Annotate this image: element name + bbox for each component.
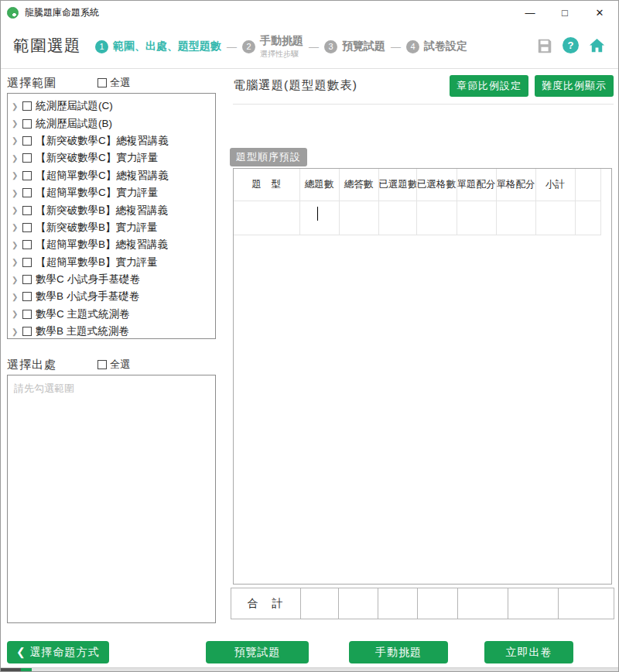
tree-item[interactable]: ❯【新突破數學B】總複習講義 bbox=[8, 201, 215, 218]
col-question-type: 題 型 bbox=[234, 169, 299, 201]
generate-paper-button[interactable]: 立即出卷 bbox=[484, 641, 573, 663]
item-checkbox[interactable] bbox=[22, 258, 32, 267]
expand-chevron-icon[interactable]: ❯ bbox=[12, 136, 19, 145]
cell-total-questions[interactable] bbox=[299, 201, 339, 235]
expand-chevron-icon[interactable]: ❯ bbox=[12, 327, 19, 336]
col-subtotal: 小計 bbox=[535, 169, 575, 201]
home-icon[interactable] bbox=[588, 36, 606, 54]
source-placeholder: 請先勾選範圍 bbox=[8, 375, 215, 396]
item-checkbox[interactable] bbox=[22, 223, 32, 232]
chapter-ratio-button[interactable]: 章節比例設定 bbox=[450, 75, 528, 97]
item-label: 數學C 主題式統測卷 bbox=[36, 307, 130, 321]
item-checkbox[interactable] bbox=[22, 136, 32, 146]
source-select-all[interactable]: 全選 bbox=[97, 358, 130, 372]
item-checkbox[interactable] bbox=[22, 275, 32, 284]
expand-chevron-icon[interactable]: ❯ bbox=[12, 154, 19, 163]
expand-chevron-icon[interactable]: ❯ bbox=[12, 258, 19, 266]
item-label: 【新突破數學B】總複習講義 bbox=[36, 204, 168, 218]
save-icon[interactable] bbox=[535, 36, 553, 54]
expand-chevron-icon[interactable]: ❯ bbox=[12, 310, 19, 318]
range-select-all[interactable]: 全選 bbox=[97, 76, 130, 90]
cell-extra[interactable] bbox=[575, 201, 600, 235]
source-section-header: 選擇出處 全選 bbox=[7, 357, 216, 372]
cell-points-per-question[interactable] bbox=[457, 201, 496, 235]
minimize-icon[interactable]: — bbox=[524, 7, 536, 19]
item-checkbox[interactable] bbox=[22, 310, 32, 319]
preview-questions-button[interactable]: 預覽試題 bbox=[206, 641, 309, 663]
tree-item[interactable]: ❯【新突破數學B】實力評量 bbox=[8, 219, 215, 236]
tree-item[interactable]: ❯數學B 小試身手基礎卷 bbox=[8, 288, 215, 305]
cell-selected-questions[interactable] bbox=[378, 201, 416, 235]
range-tree[interactable]: ❯統測歷屆試題(C) ❯統測歷屆試題(B) ❯【新突破數學C】總複習講義 ❯【新… bbox=[7, 93, 216, 339]
item-label: 統測歷屆試題(C) bbox=[36, 99, 113, 113]
cell-total-answers[interactable] bbox=[339, 201, 378, 235]
source-select-all-checkbox[interactable] bbox=[97, 360, 107, 369]
app-logo-icon bbox=[7, 7, 19, 19]
item-label: 數學B 小試身手基礎卷 bbox=[36, 290, 139, 303]
expand-chevron-icon[interactable]: ❯ bbox=[12, 102, 19, 111]
item-checkbox[interactable] bbox=[22, 292, 32, 301]
expand-chevron-icon[interactable]: ❯ bbox=[12, 241, 19, 249]
item-checkbox[interactable] bbox=[22, 327, 32, 336]
cell-subtotal[interactable] bbox=[535, 201, 575, 235]
expand-chevron-icon[interactable]: ❯ bbox=[12, 206, 19, 214]
maximize-icon[interactable]: □ bbox=[559, 7, 571, 19]
tree-item[interactable]: ❯【超簡單數學B】實力評量 bbox=[8, 254, 215, 271]
expand-chevron-icon[interactable]: ❯ bbox=[12, 119, 19, 128]
difficulty-ratio-button[interactable]: 難度比例顯示 bbox=[535, 75, 614, 97]
expand-chevron-icon[interactable]: ❯ bbox=[12, 171, 19, 180]
header-icons: ? bbox=[535, 36, 606, 54]
step-2-circle: 2 bbox=[242, 40, 255, 53]
step-separator: — bbox=[227, 41, 237, 53]
item-checkbox[interactable] bbox=[22, 119, 32, 129]
tree-item[interactable]: ❯統測歷屆試題(B) bbox=[8, 115, 215, 132]
col-selected-blanks: 已選格數 bbox=[416, 169, 457, 201]
question-type-table-container: 題 型 總題數 總答數 已選題數 已選格數 單題配分 單格配分 小計 bbox=[233, 168, 612, 585]
item-checkbox[interactable] bbox=[22, 240, 32, 249]
main-panel: 電腦選題(題型題數表) 章節比例設定 難度比例顯示 題型順序預設 題 型 總題數… bbox=[233, 75, 614, 105]
step-2-title: 手動挑題 bbox=[260, 34, 303, 46]
tree-item[interactable]: ❯統測歷屆試題(C) bbox=[8, 98, 215, 115]
question-order-badge[interactable]: 題型順序預設 bbox=[230, 148, 307, 166]
main-header: 電腦選題(題型題數表) 章節比例設定 難度比例顯示 bbox=[233, 75, 614, 97]
item-checkbox[interactable] bbox=[22, 153, 32, 163]
step-2-label: 手動挑題 選擇性步驟 bbox=[260, 34, 303, 60]
step-2-subtitle: 選擇性步驟 bbox=[260, 49, 303, 60]
tree-item[interactable]: ❯【新突破數學C】總複習講義 bbox=[8, 132, 215, 149]
cell-points-per-blank[interactable] bbox=[496, 201, 535, 235]
item-checkbox[interactable] bbox=[22, 188, 32, 197]
expand-chevron-icon[interactable]: ❯ bbox=[12, 276, 19, 284]
manual-pick-button[interactable]: 手動挑題 bbox=[349, 641, 448, 663]
table-row bbox=[234, 201, 600, 235]
tree-item[interactable]: ❯【超簡單數學C】實力評量 bbox=[8, 184, 215, 201]
item-label: 【超簡單數學B】總複習講義 bbox=[36, 238, 168, 252]
page-header: 範圍選題 1 範圍、出處、題型題數 — 2 手動挑題 選擇性步驟 — 3 預覽試… bbox=[1, 24, 618, 69]
item-checkbox[interactable] bbox=[22, 206, 32, 215]
tree-item[interactable]: ❯數學C 主題式統測卷 bbox=[8, 306, 215, 323]
question-type-table: 題 型 總題數 總答數 已選題數 已選格數 單題配分 單格配分 小計 bbox=[234, 169, 601, 235]
tree-item[interactable]: ❯數學B 主題式統測卷 bbox=[8, 323, 215, 339]
help-icon[interactable]: ? bbox=[562, 36, 580, 54]
range-select-all-checkbox[interactable] bbox=[97, 78, 107, 87]
total-row: 合 計 bbox=[231, 588, 614, 619]
cell-question-type[interactable] bbox=[234, 201, 299, 235]
tree-item[interactable]: ❯【超簡單數學B】總複習講義 bbox=[8, 236, 215, 253]
col-total-questions: 總題數 bbox=[299, 169, 339, 201]
expand-chevron-icon[interactable]: ❯ bbox=[12, 189, 19, 197]
step-separator: — bbox=[309, 41, 319, 53]
tree-item[interactable]: ❯【新突破數學C】實力評量 bbox=[8, 149, 215, 166]
cell-selected-blanks[interactable] bbox=[416, 201, 457, 235]
item-checkbox[interactable] bbox=[22, 101, 32, 111]
expand-chevron-icon[interactable]: ❯ bbox=[12, 293, 19, 301]
back-to-method-button[interactable]: ❮ 選擇命題方式 bbox=[7, 641, 109, 663]
source-title: 選擇出處 bbox=[7, 358, 56, 372]
source-list[interactable]: 請先勾選範圍 bbox=[7, 375, 216, 623]
expand-chevron-icon[interactable]: ❯ bbox=[12, 223, 19, 231]
total-cell bbox=[301, 588, 339, 619]
total-cell bbox=[339, 588, 378, 619]
item-checkbox[interactable] bbox=[22, 171, 32, 180]
tree-item[interactable]: ❯數學C 小試身手基礎卷 bbox=[8, 271, 215, 288]
close-icon[interactable]: ✕ bbox=[593, 7, 606, 19]
background-window-green-segment bbox=[21, 668, 32, 671]
tree-item[interactable]: ❯【超簡單數學C】總複習講義 bbox=[8, 167, 215, 184]
